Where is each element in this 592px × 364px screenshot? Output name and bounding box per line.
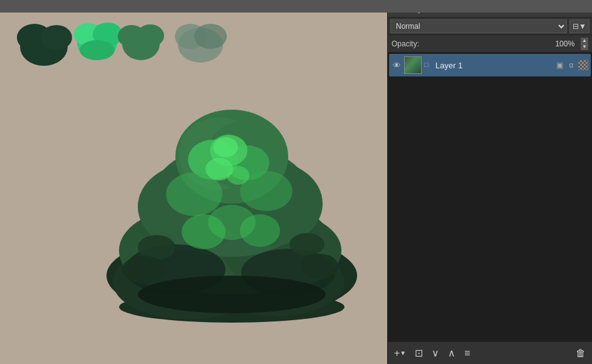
layer-item[interactable]: 👁 □ Layer 1 ▣ α bbox=[389, 54, 591, 76]
layers-list: 👁 □ Layer 1 ▣ α bbox=[388, 53, 592, 341]
canvas-area bbox=[0, 0, 387, 364]
filter-dropdown-icon: ▼ bbox=[579, 22, 586, 31]
layer-mask-icon[interactable]: ▣ bbox=[554, 61, 564, 70]
opacity-down[interactable]: ▼ bbox=[581, 44, 588, 50]
filter-icon: ⊟ bbox=[573, 22, 579, 31]
eye-icon: 👁 bbox=[393, 61, 401, 70]
layer-lock-icon[interactable]: □ bbox=[424, 61, 433, 70]
layers-toolbar: + ▼ ⊡ ∨ ∧ ≡ 🗑 bbox=[388, 341, 592, 364]
group-layers-button[interactable]: ⊡ bbox=[412, 346, 425, 360]
opacity-value: 100% bbox=[423, 39, 574, 48]
layer-name[interactable]: Layer 1 bbox=[435, 61, 552, 70]
properties-icon: ≡ bbox=[464, 348, 470, 359]
add-dropdown-icon: ▼ bbox=[400, 350, 406, 356]
layer-thumbnail bbox=[404, 56, 422, 74]
svg-point-7 bbox=[80, 40, 115, 60]
svg-point-40 bbox=[122, 256, 166, 283]
paint-canvas bbox=[0, 0, 387, 364]
layer-properties-button[interactable]: ≡ bbox=[462, 346, 472, 360]
delete-icon: 🗑 bbox=[576, 348, 586, 359]
svg-point-41 bbox=[301, 254, 338, 279]
blend-mode-row: Normal Multiply Screen Overlay ⊟ ▼ bbox=[388, 18, 592, 35]
opacity-spinner[interactable]: ▲ ▼ bbox=[581, 38, 588, 50]
layer-action-icons: ▣ α bbox=[554, 60, 588, 70]
move-up-icon: ∧ bbox=[448, 347, 455, 359]
layer-alpha-icon[interactable]: α bbox=[566, 61, 576, 70]
move-layer-down-button[interactable]: ∨ bbox=[429, 346, 442, 360]
opacity-label: Opacity: bbox=[392, 39, 419, 48]
layer-visibility-toggle[interactable]: 👁 bbox=[392, 60, 402, 70]
blend-mode-select[interactable]: Normal Multiply Screen Overlay bbox=[390, 19, 567, 33]
move-layer-up-button[interactable]: ∧ bbox=[445, 346, 458, 360]
svg-point-39 bbox=[289, 233, 325, 256]
delete-layer-button[interactable]: 🗑 bbox=[573, 346, 588, 360]
add-layer-icon: + bbox=[394, 348, 400, 359]
add-layer-button[interactable]: + ▼ bbox=[392, 346, 408, 360]
layers-panel: ▼ ⊞ Layers ⧉ ✕ Normal Multiply Screen Ov… bbox=[387, 0, 592, 364]
filter-button[interactable]: ⊟ ▼ bbox=[569, 19, 589, 33]
svg-point-37 bbox=[138, 276, 326, 313]
opacity-row: Opacity: 100% ▲ ▼ bbox=[388, 35, 592, 53]
svg-point-33 bbox=[227, 166, 249, 185]
layer-checker-icon[interactable] bbox=[578, 60, 588, 70]
svg-point-44 bbox=[208, 205, 256, 240]
svg-point-34 bbox=[213, 137, 238, 157]
move-down-icon: ∨ bbox=[432, 347, 439, 359]
group-icon: ⊡ bbox=[415, 347, 423, 359]
top-bar bbox=[0, 0, 592, 13]
svg-point-13 bbox=[194, 24, 227, 49]
opacity-up[interactable]: ▲ bbox=[581, 38, 588, 44]
svg-point-3 bbox=[41, 25, 72, 50]
svg-point-10 bbox=[137, 24, 164, 47]
